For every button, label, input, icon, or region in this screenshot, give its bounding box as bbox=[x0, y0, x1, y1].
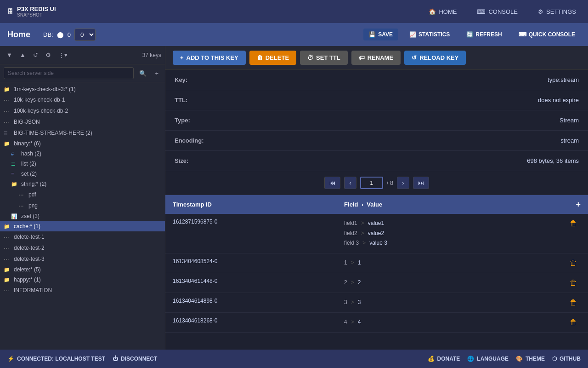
add-to-key-button[interactable]: + ADD TO THIS KEY bbox=[173, 51, 246, 65]
search-input[interactable] bbox=[4, 67, 134, 79]
db-select[interactable]: 0 bbox=[74, 29, 96, 41]
table-row: 1613404611448-02 > 2🗑 bbox=[165, 273, 588, 293]
row-action-cell: 🗑 bbox=[503, 253, 588, 273]
delete-row-button[interactable]: 🗑 bbox=[566, 278, 581, 288]
statistics-button[interactable]: 📈 STATISTICS bbox=[404, 29, 455, 40]
next-page-btn[interactable]: › bbox=[397, 177, 409, 189]
nav-settings-label: SETTINGS bbox=[546, 8, 576, 15]
stats-icon: 📈 bbox=[409, 31, 416, 38]
sidebar-refresh-btn[interactable]: ↺ bbox=[30, 50, 41, 60]
sidebar-item-label: BIG-JSON bbox=[14, 119, 40, 125]
sidebar-item-label: delete-test-3 bbox=[14, 256, 45, 262]
nav-console-label: CONSOLE bbox=[488, 8, 518, 15]
nav-console[interactable]: ⌨ CONSOLE bbox=[472, 6, 522, 18]
field-value-pair: 2 > 2 bbox=[344, 278, 496, 288]
set-ttl-button[interactable]: ⏱ SET TTL bbox=[300, 51, 348, 65]
sidebar-item-label: png bbox=[28, 202, 38, 209]
search-button[interactable]: 🔍 bbox=[136, 68, 149, 79]
quick-console-button[interactable]: ⌨ QUICK CONSOLE bbox=[513, 29, 581, 40]
arrow-icon: > bbox=[351, 278, 354, 288]
sidebar-list: 📁 1m-keys-check-db-3:* (1) ··· 10k-keys-… bbox=[0, 82, 165, 350]
delete-row-button[interactable]: 🗑 bbox=[566, 317, 581, 328]
set-icon: ≡ bbox=[11, 171, 18, 177]
sidebar-menu-btn[interactable]: ⋮▾ bbox=[56, 50, 70, 60]
collapse-btn[interactable]: ▼ bbox=[4, 50, 15, 60]
field-value-pair: 4 > 4 bbox=[344, 317, 496, 328]
sidebar-item-binary[interactable]: 📁 binary:* (6) bbox=[0, 138, 165, 149]
delete-row-button[interactable]: 🗑 bbox=[566, 258, 581, 268]
first-page-btn[interactable]: ⏮ bbox=[324, 177, 340, 189]
page-input[interactable] bbox=[360, 177, 383, 189]
sidebar-item-1m[interactable]: 📁 1m-keys-check-db-3:* (1) bbox=[0, 84, 165, 94]
disconnect-btn[interactable]: ⏻ DISCONNECT bbox=[113, 356, 157, 362]
prev-page-btn[interactable]: ‹ bbox=[344, 177, 356, 189]
sidebar-item-cache[interactable]: 📁 cache:* (1) bbox=[0, 221, 165, 231]
arrow-icon: > bbox=[361, 218, 364, 229]
sidebar-item-10k[interactable]: ··· 10k-keys-check-db-1 bbox=[0, 94, 165, 105]
reload-key-button[interactable]: ↺ RELOAD KEY bbox=[404, 51, 466, 65]
sidebar-item-hash[interactable]: # hash (2) bbox=[0, 149, 165, 159]
add-key-button[interactable]: + bbox=[152, 68, 161, 79]
sidebar-item-list[interactable]: ☰ list (2) bbox=[0, 159, 165, 169]
sidebar-item-set[interactable]: ≡ set (2) bbox=[0, 169, 165, 179]
dots-icon: ··· bbox=[4, 255, 11, 263]
field-value-pair: field2 > value2 bbox=[344, 229, 496, 239]
delete-button[interactable]: 🗑 DELETE bbox=[249, 51, 296, 65]
ttl-label: TTL: bbox=[175, 97, 230, 104]
refresh-button[interactable]: 🔄 REFRESH bbox=[461, 29, 507, 40]
sidebar-item-zset[interactable]: 📊 zset (3) bbox=[0, 211, 165, 221]
language-btn[interactable]: 🌐 LANGUAGE bbox=[467, 356, 509, 362]
sidebar-item-string[interactable]: 📁 string:* (2) bbox=[0, 179, 165, 189]
list-icon: ☰ bbox=[11, 161, 18, 167]
table-row: 1613404608524-01 > 1🗑 bbox=[165, 253, 588, 273]
refresh-icon: 🔄 bbox=[466, 31, 473, 38]
language-label: LANGUAGE bbox=[477, 356, 509, 362]
col-field-value: Field › Value bbox=[337, 195, 503, 214]
rename-button[interactable]: 🏷 RENAME bbox=[351, 51, 401, 65]
expand-btn[interactable]: ▲ bbox=[17, 50, 28, 60]
last-page-btn[interactable]: ⏭ bbox=[413, 177, 429, 189]
sidebar-item-delete3[interactable]: ··· delete-test-3 bbox=[0, 253, 165, 264]
sidebar-item-happy[interactable]: 📁 happy:* (1) bbox=[0, 275, 165, 285]
theme-btn[interactable]: 🎨 THEME bbox=[516, 356, 545, 362]
github-btn[interactable]: ⬡ GITHUB bbox=[552, 356, 581, 362]
tag-icon: 🏷 bbox=[359, 54, 365, 61]
field-key: 2 bbox=[344, 278, 347, 288]
donate-btn[interactable]: 💰 DONATE bbox=[428, 356, 460, 362]
sidebar-item-label: cache:* (1) bbox=[14, 223, 40, 230]
sidebar-item-bigtime[interactable]: ≡ BIG-TIME-STREAMS-HERE (2) bbox=[0, 127, 165, 138]
delete-row-button[interactable]: 🗑 bbox=[566, 218, 581, 229]
field-key: field1 bbox=[344, 218, 357, 229]
sidebar-item-100k[interactable]: ··· 100k-keys-check-db-2 bbox=[0, 105, 165, 116]
nav-settings[interactable]: ⚙ SETTINGS bbox=[533, 6, 581, 18]
timestamp-id-cell: 1612871596875-0 bbox=[165, 214, 337, 253]
sidebar-item-bigjson[interactable]: ··· BIG-JSON bbox=[0, 116, 165, 127]
sidebar-item-pdf[interactable]: ··· pdf bbox=[0, 189, 165, 200]
field-value-pair: field 3 > value 3 bbox=[344, 238, 496, 248]
col-actions: + bbox=[503, 195, 588, 214]
key-value: type:stream bbox=[548, 76, 579, 83]
sidebar-item-information[interactable]: ··· INFORMATION bbox=[0, 285, 165, 296]
sidebar-item-label: zset (3) bbox=[21, 213, 40, 219]
dots-icon: ··· bbox=[18, 191, 26, 198]
status-bar: ⚡ CONNECTED: LOCALHOST TEST ⏻ DISCONNECT… bbox=[0, 350, 588, 368]
field-value-cell: 2 > 2 bbox=[337, 273, 503, 293]
folder-icon: 📁 bbox=[4, 267, 11, 273]
hash-icon: # bbox=[11, 151, 18, 156]
sidebar-item-delete2[interactable]: ··· delete-test-2 bbox=[0, 242, 165, 253]
sidebar-item-deletewild[interactable]: 📁 delete:* (5) bbox=[0, 264, 165, 275]
sidebar-settings-btn[interactable]: ⚙ bbox=[43, 50, 54, 60]
table-row: 1613404618268-04 > 4🗑 bbox=[165, 312, 588, 332]
page-title: Home bbox=[7, 30, 30, 40]
sidebar-item-png[interactable]: ··· png bbox=[0, 200, 165, 211]
save-button[interactable]: 💾 SAVE bbox=[363, 29, 398, 40]
field-key: field 3 bbox=[344, 238, 359, 248]
nav-home[interactable]: 🏠 HOME bbox=[424, 6, 461, 18]
key-count: 37 keys bbox=[142, 52, 161, 58]
add-row-button[interactable]: + bbox=[576, 200, 581, 209]
encoding-label: Encoding: bbox=[175, 137, 230, 144]
dots-icon: ··· bbox=[4, 96, 11, 104]
sidebar-item-delete1[interactable]: ··· delete-test-1 bbox=[0, 231, 165, 242]
delete-row-button[interactable]: 🗑 bbox=[566, 298, 581, 308]
field-val: value1 bbox=[368, 218, 384, 229]
